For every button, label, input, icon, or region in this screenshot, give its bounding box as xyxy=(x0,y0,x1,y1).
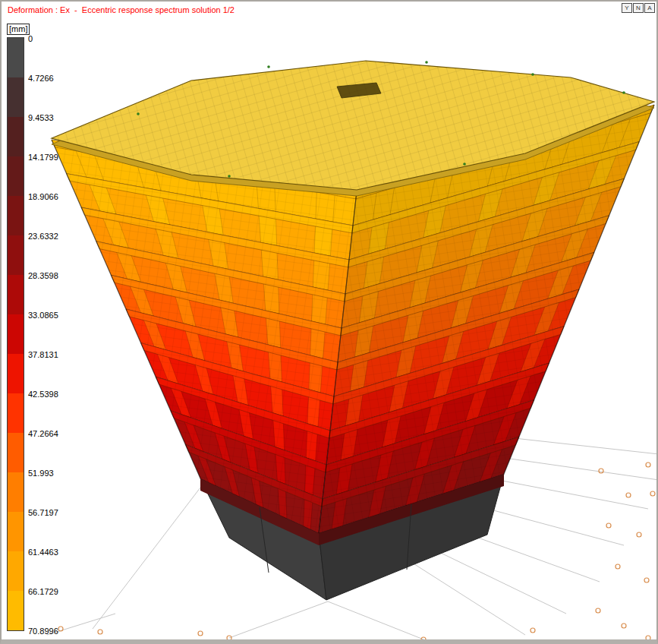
legend-value: 56.7197 xyxy=(28,508,58,517)
support-node xyxy=(626,493,631,497)
legend-segment xyxy=(8,551,24,591)
legend-segment xyxy=(8,314,24,354)
support-node xyxy=(421,637,426,642)
view-control-y-button[interactable]: Y xyxy=(622,3,632,13)
view-buttons: YNA xyxy=(622,3,655,13)
legend-value: 42.5398 xyxy=(28,390,58,399)
support-node xyxy=(650,491,655,496)
legend-value: 33.0865 xyxy=(28,311,58,320)
legend-segment xyxy=(8,117,24,156)
legend-body: 04.72669.453314.179918.906623.633228.359… xyxy=(7,37,30,631)
support-node xyxy=(646,636,650,640)
legend-segment xyxy=(8,354,24,393)
support-node xyxy=(98,630,102,634)
color-legend: [mm] 04.72669.453314.179918.906623.63322… xyxy=(7,21,30,631)
legend-segment xyxy=(8,235,24,275)
support-node xyxy=(646,462,650,467)
support-node xyxy=(637,532,641,537)
legend-segment xyxy=(8,275,24,314)
legend-value: 66.1729 xyxy=(28,587,58,596)
support-node xyxy=(644,578,649,582)
legend-segment xyxy=(8,38,24,77)
viewport-window: Deformation : Ex - Eccentric response sp… xyxy=(0,0,658,644)
legend-value: 70.8996 xyxy=(28,627,58,636)
legend-value: 28.3598 xyxy=(28,271,58,280)
legend-unit-label: [mm] xyxy=(7,24,30,35)
legend-value: 47.2664 xyxy=(28,429,58,438)
legend-value: 0 xyxy=(28,34,33,43)
legend-value: 37.8131 xyxy=(28,350,58,359)
legend-segment xyxy=(8,77,24,117)
deformed-building-model xyxy=(47,61,658,644)
view-title: Deformation : Ex - Eccentric response sp… xyxy=(8,5,235,14)
legend-color-bar xyxy=(7,37,24,631)
legend-segment xyxy=(8,512,24,551)
support-node xyxy=(622,623,626,628)
view-control-n-button[interactable]: N xyxy=(633,3,644,13)
legend-value: 18.9066 xyxy=(28,192,58,201)
legend-value: 14.1799 xyxy=(28,153,58,162)
support-node xyxy=(596,608,600,613)
legend-segment xyxy=(8,591,24,630)
legend-segment xyxy=(8,433,24,472)
legend-value: 4.7266 xyxy=(28,74,54,83)
legend-segment xyxy=(8,156,24,196)
legend-segment xyxy=(8,472,24,512)
legend-value: 51.993 xyxy=(28,469,54,478)
view-control-a-button[interactable]: A xyxy=(644,3,655,13)
support-node xyxy=(599,469,603,473)
support-node xyxy=(606,523,611,528)
support-node xyxy=(198,631,203,636)
support-node xyxy=(615,564,620,569)
support-node xyxy=(530,628,535,633)
legend-segment xyxy=(8,393,24,433)
model-3d-view[interactable] xyxy=(2,2,658,644)
legend-value: 9.4533 xyxy=(28,113,54,122)
legend-segment xyxy=(8,196,24,235)
support-node xyxy=(318,640,323,644)
legend-value: 23.6332 xyxy=(28,232,58,241)
legend-value: 61.4463 xyxy=(28,548,58,557)
